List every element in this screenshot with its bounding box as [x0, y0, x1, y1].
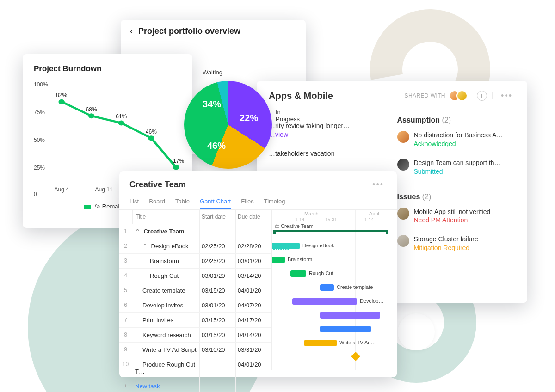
list-item[interactable]: Design Team can support th… Submitted: [397, 159, 516, 176]
table-row[interactable]: 7Print invites03/15/2004/17/20: [119, 313, 271, 328]
tab-table[interactable]: Table: [175, 194, 190, 209]
col-due: Due date: [235, 210, 271, 224]
assumption-count: (2): [442, 116, 451, 124]
avatar: [397, 159, 409, 171]
svg-point-3: [148, 135, 154, 141]
col-start: Start date: [199, 210, 235, 224]
list-item[interactable]: Storage Cluster failure Mitigation Requi…: [397, 235, 516, 252]
table-row[interactable]: 3Brainstorm02/25/2003/01/20: [119, 254, 271, 269]
avatar[interactable]: [456, 90, 468, 101]
gantt-card: Creative Team ••• List Board Table Gantt…: [119, 172, 397, 377]
tab-list[interactable]: List: [130, 194, 139, 209]
back-icon[interactable]: ‹: [130, 26, 133, 36]
avatar-stack: [453, 90, 468, 101]
table-row[interactable]: 5Create template03/15/2004/01/20: [119, 283, 271, 298]
table-row[interactable]: 8Keyword research03/15/2004/14/20: [119, 328, 271, 343]
gantt-timeline[interactable]: March April 1-14 15-31 1-14 🗀Creative Te…: [272, 210, 397, 370]
svg-point-2: [118, 121, 124, 126]
status-badge: Submitted: [414, 167, 501, 176]
assumption-column: Assumption (2) No distraction for Busine…: [397, 112, 516, 263]
folder-icon: 🗀: [275, 223, 280, 229]
portfolio-title: Project portfolio overview: [138, 26, 240, 36]
svg-point-0: [58, 99, 64, 104]
status-badge: Need PM Attention: [414, 216, 491, 225]
status-badge: Mitigation Required: [414, 244, 478, 252]
legend-swatch: [84, 205, 91, 209]
shared-with-label: SHARED WITH: [405, 92, 445, 99]
burndown-title: Project Burndown: [34, 64, 181, 74]
gantt-table: Title Start date Due date 1⌃ Creative Te…: [119, 210, 272, 370]
issues-title: Issues: [397, 193, 420, 201]
line-chart-points: [54, 84, 179, 184]
avatar: [397, 131, 409, 143]
table-row[interactable]: 6Develop invites03/01/2004/07/20: [119, 298, 271, 313]
tab-gantt[interactable]: Gantt Chart: [200, 194, 231, 209]
new-task-row[interactable]: + New task: [119, 379, 271, 392]
tab-files[interactable]: Files: [241, 194, 253, 209]
list-item[interactable]: Mobile App still not verified Need PM At…: [397, 208, 516, 225]
avatar: [397, 235, 409, 247]
more-menu-icon[interactable]: •••: [370, 180, 387, 190]
pie-chart: Waiting In Progress Completed 34% 22% 46…: [175, 67, 304, 183]
issues-count: (2): [422, 193, 432, 201]
table-row[interactable]: 9Write a TV Ad Script03/10/2003/31/20: [119, 343, 271, 357]
table-row[interactable]: 1⌃ Creative Team: [119, 224, 271, 239]
svg-point-1: [88, 113, 94, 118]
table-row[interactable]: 10Produce Rough Cut T…04/01/20: [119, 357, 271, 379]
milestone-icon[interactable]: [351, 352, 360, 361]
table-row[interactable]: 2⌃ Design eBook02/25/2002/28/20: [119, 239, 271, 254]
tab-board[interactable]: Board: [149, 194, 165, 209]
more-menu-icon[interactable]: •••: [498, 91, 515, 101]
bg-shape: [398, 313, 435, 350]
gantt-title: Creative Team: [130, 180, 186, 190]
col-title: Title: [132, 210, 199, 224]
assumption-title: Assumption: [397, 116, 440, 124]
avatar: [397, 208, 409, 220]
add-share-button[interactable]: +: [477, 91, 487, 101]
gantt-tabs: List Board Table Gantt Chart Files Timel…: [119, 191, 397, 210]
table-row[interactable]: 4Rough Cut03/01/2003/14/20: [119, 269, 271, 283]
list-item[interactable]: No distraction for Business A… Acknowled…: [397, 131, 516, 148]
status-badge: Acknowledged: [414, 140, 503, 148]
tab-timelog[interactable]: Timelog: [264, 194, 285, 209]
